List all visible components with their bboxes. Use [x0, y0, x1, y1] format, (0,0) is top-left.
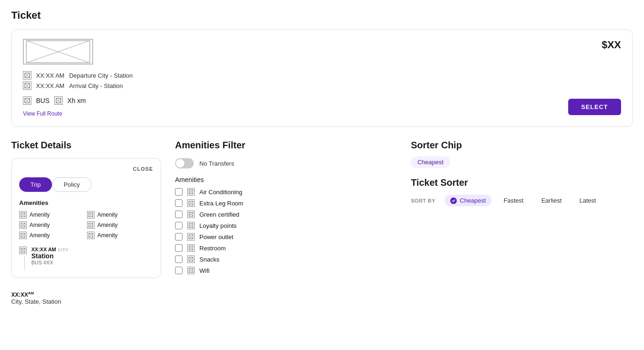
ticket-image — [23, 39, 93, 65]
filter-icon-3 — [187, 222, 195, 229]
sort-option-label-0: Cheapest — [460, 197, 486, 204]
amenity-icon-0 — [19, 211, 27, 219]
cheapest-chip: Cheapest — [411, 156, 450, 168]
filter-checkbox-2[interactable] — [175, 211, 183, 218]
arrival-station: Arrival City - Station — [69, 82, 123, 89]
amenity-icon-2 — [19, 221, 27, 229]
tab-policy[interactable]: Policy — [52, 177, 92, 192]
amenities-section-label: Amenities — [19, 199, 153, 206]
station-city: CITY — [58, 248, 69, 252]
ticket-footer: BUS Xh xm View Full Route SELECT — [23, 96, 621, 117]
no-transfers-label: No Transfers — [199, 160, 234, 167]
departure-icon — [23, 71, 31, 80]
filter-item-6: Snacks — [175, 255, 397, 263]
ticket-routes: XX:XX AM Departure City - Station XX:XX … — [23, 71, 621, 90]
bottom-stop-place: City, State, Station — [11, 298, 161, 305]
filter-items-container: Air Conditioning Extra Leg Room Green ce… — [175, 188, 397, 274]
bus-icon — [23, 96, 31, 105]
ticket-details-column: Ticket Details CLOSE Trip Policy Ameniti… — [11, 140, 161, 305]
details-header: CLOSE — [19, 166, 153, 172]
filter-label-2: Green certified — [199, 211, 239, 218]
filter-checkbox-3[interactable] — [175, 222, 183, 229]
ticket-sorter-title: Ticket Sorter — [411, 177, 633, 188]
filter-icon-4 — [187, 233, 195, 241]
departure-station: Departure City - Station — [69, 72, 133, 79]
sorter-chip-section: Sorter Chip Cheapest Ticket Sorter SORT … — [411, 140, 633, 206]
amenities-filter-section: Amenities Filter No Transfers Amenities … — [175, 140, 397, 278]
filter-checkbox-5[interactable] — [175, 244, 183, 252]
ticket-details-title: Ticket Details — [11, 140, 161, 151]
filter-icon-1 — [187, 199, 195, 207]
amenities-filter-title: Amenities Filter — [175, 140, 397, 151]
filter-label-1: Extra Leg Room — [199, 200, 243, 207]
duration: Xh xm — [67, 97, 86, 104]
filter-label-0: Air Conditioning — [199, 189, 242, 196]
select-button[interactable]: SELECT — [568, 99, 621, 115]
arrival-icon — [23, 81, 31, 90]
amenity-label-2: Amenity — [29, 222, 50, 228]
sorter-chip-title: Sorter Chip — [411, 140, 633, 151]
station-name: Station — [31, 252, 68, 260]
amenity-icon-4 — [19, 232, 27, 239]
filter-icon-6 — [187, 255, 195, 263]
filter-checkbox-6[interactable] — [175, 255, 183, 263]
duration-icon — [54, 96, 63, 105]
filter-label-3: Loyalty points — [199, 222, 237, 229]
sort-option-cheapest[interactable]: Cheapest — [445, 195, 491, 206]
ticket-price: $XX — [601, 39, 621, 51]
filter-item-7: Wifi — [175, 267, 397, 274]
filter-checkbox-1[interactable] — [175, 199, 183, 207]
sort-option-fastest[interactable]: Fastest — [498, 195, 529, 206]
sort-option-earliest[interactable]: Earliest — [536, 195, 567, 206]
filter-label-4: Power outlet — [199, 233, 233, 241]
station-row: XX:XX AM CITY Station BUS #XX — [19, 247, 153, 270]
bottom-stop-time: XX:XXAM — [11, 291, 161, 298]
arrival-row: XX:XX AM Arrival City - Station — [23, 81, 621, 90]
no-transfers-toggle[interactable] — [175, 158, 194, 168]
station-time: XX:XX AM — [31, 247, 56, 252]
amenity-icon-1 — [87, 211, 95, 219]
filter-item-1: Extra Leg Room — [175, 199, 397, 207]
amenity-label-0: Amenity — [29, 211, 50, 218]
sort-option-label-3: Latest — [579, 197, 596, 204]
filter-icon-5 — [187, 244, 195, 252]
sort-options-container: Cheapest FastestEarliestLatest — [445, 195, 601, 206]
filter-item-4: Power outlet — [175, 233, 397, 241]
station-bus: BUS #XX — [31, 260, 68, 265]
page-bottom: XX:XXAM City, State, Station — [11, 291, 161, 305]
bottom-section: Ticket Details CLOSE Trip Policy Ameniti… — [11, 140, 633, 305]
station-stop-icon — [19, 247, 27, 254]
view-full-route-link[interactable]: View Full Route — [23, 110, 62, 117]
sort-row: SORT BY Cheapest FastestEarliestLatest — [411, 195, 633, 206]
amenity-label-1: Amenity — [97, 211, 117, 218]
sort-option-latest[interactable]: Latest — [574, 195, 601, 206]
ticket-footer-left: BUS Xh xm View Full Route — [23, 96, 86, 117]
amenity-item-0: Amenity — [19, 211, 85, 219]
ticket-card: $XX XX:XX AM Departure City - Station XX… — [11, 29, 633, 127]
ticket-details-card: CLOSE Trip Policy Amenities Amenity Amen… — [11, 158, 161, 278]
filter-icon-2 — [187, 211, 195, 218]
filter-amenities-label: Amenities — [175, 176, 397, 183]
tabs-row: Trip Policy — [19, 177, 153, 192]
amenity-item-2: Amenity — [19, 221, 85, 229]
filter-item-0: Air Conditioning — [175, 188, 397, 196]
sort-option-label-1: Fastest — [504, 197, 524, 204]
filter-icon-7 — [187, 267, 195, 274]
departure-time: XX:XX AM — [36, 72, 65, 79]
amenity-item-1: Amenity — [87, 211, 153, 219]
filter-item-3: Loyalty points — [175, 222, 397, 229]
filter-checkbox-4[interactable] — [175, 233, 183, 241]
filter-icon-0 — [187, 188, 195, 196]
tab-trip[interactable]: Trip — [19, 177, 52, 192]
amenity-icon-3 — [87, 221, 95, 229]
ticket-meta-row: BUS Xh xm — [23, 96, 86, 105]
amenity-item-5: Amenity — [87, 232, 153, 239]
close-button[interactable]: CLOSE — [133, 166, 153, 172]
amenity-item-3: Amenity — [87, 221, 153, 229]
sort-check-icon — [450, 197, 457, 204]
sort-option-label-2: Earliest — [542, 197, 562, 204]
arrival-time: XX:XX AM — [36, 82, 65, 89]
filter-checkbox-0[interactable] — [175, 188, 183, 196]
filter-checkbox-7[interactable] — [175, 267, 183, 274]
amenity-item-4: Amenity — [19, 232, 85, 239]
